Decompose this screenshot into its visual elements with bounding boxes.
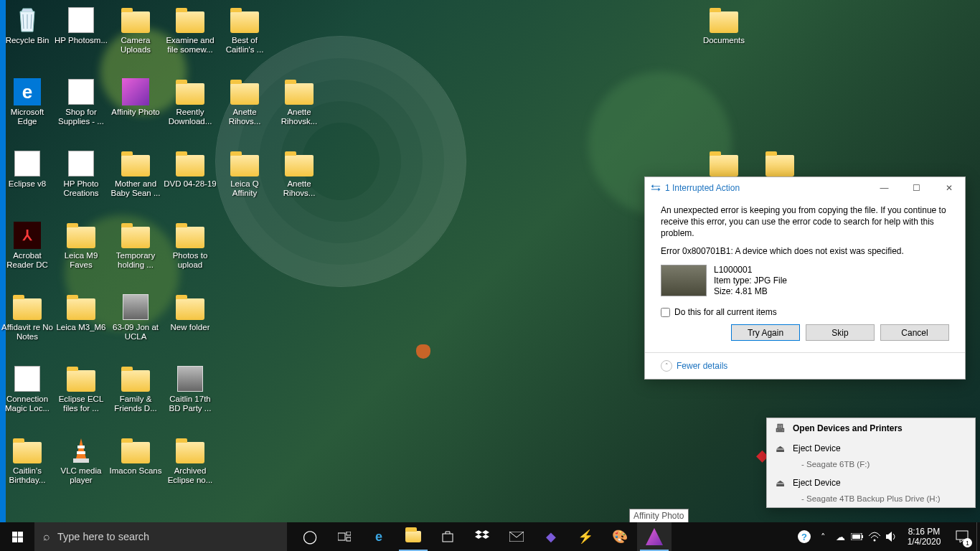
desktop-icon-mother-baby-sean[interactable]: Mother and Baby Sean ...	[109, 149, 162, 198]
affinity-photo-taskbar-icon[interactable]	[637, 522, 672, 551]
icon-label: Caitlin 17th BD Party ...	[164, 395, 217, 413]
desktop-icon-leica-m3-m6[interactable]: Leica M3_M6	[55, 293, 108, 332]
desktop-icon-anette-rihovs-2[interactable]: Anette Rihovs...	[273, 149, 326, 198]
start-button[interactable]	[0, 522, 34, 551]
svg-rect-1	[77, 446, 85, 448]
desktop-icon-eclipse-v8[interactable]: Eclipse v8	[1, 149, 54, 189]
do-for-all-checkbox[interactable]: Do this for all current items	[661, 307, 949, 317]
bin-icon	[13, 6, 42, 34]
desktop-icon-shop-supplies[interactable]: Shop for Supplies - ...	[55, 77, 108, 126]
open-devices-printers[interactable]: 🖶 Open Devices and Printers	[767, 418, 975, 438]
icon-label: Affidavit re No Notes	[1, 323, 54, 342]
edge-taskbar-icon[interactable]: e	[362, 522, 396, 551]
desktop-icon-jon-ucla[interactable]: 63-09 Jon at UCLA	[109, 293, 162, 342]
desktop-icon-caitlin-birthday[interactable]: Caitlin's Birthday...	[1, 436, 54, 485]
windows-logo-icon	[12, 532, 23, 542]
app-taskbar-icon-2[interactable]: ⚡	[568, 522, 603, 551]
eject-device-2[interactable]: ⏏ Eject Device - Seagate 4TB Backup Plus…	[767, 473, 975, 507]
dropbox-taskbar-icon[interactable]	[465, 522, 499, 551]
fewer-details-toggle[interactable]: ˄ Fewer details	[645, 352, 965, 379]
eject-device-1[interactable]: ⏏ Eject Device - Seagate 6TB (F:)	[767, 438, 975, 473]
minimize-button[interactable]: —	[868, 177, 900, 199]
dialog-titlebar[interactable]: ⮀ 1 Interrupted Action — ☐ ✕	[645, 177, 965, 199]
cancel-button[interactable]: Cancel	[880, 324, 949, 341]
action-center-button[interactable]: 1	[948, 522, 976, 551]
icon-label: Acrobat Reader DC	[1, 251, 54, 270]
show-desktop-button[interactable]	[976, 522, 980, 551]
desktop-icon-edge[interactable]: eMicrosoft Edge	[1, 77, 54, 126]
icon-label: Examine and file somew...	[164, 36, 217, 55]
network-tray-icon[interactable]	[866, 522, 883, 551]
try-again-button[interactable]: Try Again	[731, 324, 800, 341]
desktop-icon-recycle-bin[interactable]: Recycle Bin	[1, 6, 54, 45]
desktop-icon-dvd-042819[interactable]: DVD 04-28-19	[164, 149, 217, 189]
desktop-icon-hidden-folder-2[interactable]	[753, 149, 806, 179]
task-view-button[interactable]	[327, 522, 362, 551]
desktop-icon-vlc[interactable]: VLC media player	[55, 436, 108, 485]
folder-icon	[67, 293, 95, 321]
desktop-icon-eclipse-ecl[interactable]: Eclipse ECL files for ...	[55, 364, 108, 413]
desktop-icon-affidavit[interactable]: Affidavit re No Notes	[1, 293, 54, 342]
icon-label: Caitlin's Birthday...	[1, 466, 54, 485]
svg-rect-2	[77, 451, 85, 454]
maximize-button[interactable]: ☐	[900, 177, 933, 199]
mail-taskbar-icon[interactable]	[499, 522, 534, 551]
eject-sub-1: - Seagate 6TB (F:)	[767, 458, 975, 473]
eject-sub-2: - Seagate 4TB Backup Plus Drive (H:)	[767, 493, 975, 507]
folder-icon	[121, 221, 150, 250]
folder-icon	[13, 293, 42, 321]
folder-icon	[176, 77, 204, 106]
battery-tray-icon[interactable]	[849, 522, 866, 551]
folder-icon	[710, 149, 738, 178]
desktop-icon-affinity-photo[interactable]: Affinity Photo	[109, 77, 162, 117]
drive-icon: ⏏	[774, 443, 786, 454]
desktop-icon-family-friends[interactable]: Family & Friends D...	[109, 364, 162, 413]
desktop-icon-anette-rihovsk[interactable]: Anette Rihovsk...	[273, 77, 326, 126]
desktop-icon-temporary-holding[interactable]: Temporary holding ...	[109, 221, 162, 270]
desktop-icon-archived-eclipse[interactable]: Archived Eclipse no...	[164, 436, 217, 485]
folder-icon	[176, 293, 204, 321]
volume-tray-icon[interactable]	[883, 522, 900, 551]
svg-rect-4	[347, 532, 351, 535]
icon-label: DVD 04-28-19	[164, 179, 217, 189]
desktop-icon-photos-upload[interactable]: Photos to upload	[164, 221, 217, 270]
onedrive-tray-icon[interactable]: ☁	[831, 522, 849, 551]
chevron-up-icon: ˄	[661, 360, 672, 372]
desktop-icon-imacon-scans[interactable]: Imacon Scans	[109, 436, 162, 476]
desktop-icon-caitlin-17th[interactable]: Caitlin 17th BD Party ...	[164, 364, 217, 413]
skip-button[interactable]: Skip	[806, 324, 875, 341]
desktop-icon-hp-photo-creations[interactable]: HP Photo Creations	[55, 149, 108, 198]
system-tray: ? ˄ ☁ 8:16 PM 1/4/2020 1	[794, 522, 980, 551]
app-icon	[67, 77, 95, 106]
desktop-icon-new-folder[interactable]: New folder	[164, 293, 217, 332]
close-button[interactable]: ✕	[933, 177, 965, 199]
desktop-icon-anette-rihovs-1[interactable]: Anette Rihovs...	[218, 77, 271, 126]
desktop-icon-hp-photosm[interactable]: HP Photosm...	[55, 6, 108, 45]
desktop-icon-connection-magic[interactable]: Connection Magic Loc...	[1, 364, 54, 413]
taskbar-clock[interactable]: 8:16 PM 1/4/2020	[900, 527, 948, 547]
desktop-icon-examine-file[interactable]: Examine and file somew...	[164, 6, 217, 55]
svg-rect-10	[852, 534, 860, 539]
desktop-icon-documents[interactable]: Documents	[697, 6, 750, 45]
icon-label: Temporary holding ...	[109, 251, 162, 270]
help-tray-icon[interactable]: ?	[794, 522, 814, 551]
cortana-button[interactable]: ◯	[293, 522, 327, 551]
dialog-message: An unexpected error is keeping you from …	[661, 204, 949, 239]
clock-date: 1/4/2020	[903, 537, 945, 547]
paint-taskbar-icon[interactable]: 🎨	[603, 522, 637, 551]
desktop-icon-hidden-folder-1[interactable]	[697, 149, 750, 179]
tray-overflow-button[interactable]: ˄	[814, 522, 831, 551]
desktop-icon-acrobat[interactable]: ⅄Acrobat Reader DC	[1, 221, 54, 270]
photo-icon	[121, 293, 150, 321]
desktop-icon-camera-uploads[interactable]: Camera Uploads	[109, 6, 162, 55]
interrupted-action-dialog: ⮀ 1 Interrupted Action — ☐ ✕ An unexpect…	[644, 176, 966, 380]
search-box[interactable]: ⌕ Type here to search	[34, 522, 287, 551]
app-taskbar-icon-1[interactable]: ◆	[534, 522, 568, 551]
store-taskbar-icon[interactable]	[430, 522, 465, 551]
desktop-icon-leica-m9-faves[interactable]: Leica M9 Faves	[55, 221, 108, 270]
do-for-all-input[interactable]	[661, 308, 670, 317]
desktop-icon-leica-q-affinity[interactable]: Leica Q Affinity	[218, 149, 271, 198]
desktop-icon-reently-download[interactable]: Reently Download...	[164, 77, 217, 126]
file-explorer-taskbar-icon[interactable]	[396, 522, 430, 551]
desktop-icon-best-caitlin[interactable]: Best of Caitlin's ...	[218, 6, 271, 55]
